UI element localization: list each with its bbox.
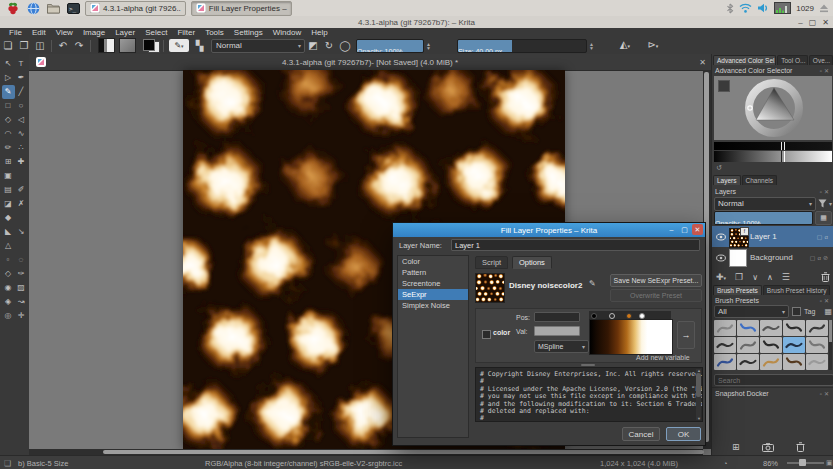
tool-multibrush[interactable]: ∴ bbox=[15, 141, 28, 155]
tool-freehand-brush[interactable]: ✎ bbox=[2, 85, 15, 99]
tool-bezier-select[interactable]: ◈ bbox=[2, 295, 15, 309]
wifi-icon[interactable] bbox=[739, 3, 752, 13]
menu-layer[interactable]: Layer bbox=[110, 28, 140, 37]
brush-display-mode-icon[interactable]: ▦ bbox=[824, 307, 832, 316]
layer-name-input[interactable] bbox=[451, 239, 700, 251]
brush-preset[interactable] bbox=[783, 320, 805, 336]
generator-screentone[interactable]: Screentone bbox=[398, 278, 468, 289]
size-spinner[interactable]: ▲▼ bbox=[589, 42, 594, 50]
layer-lock-icons[interactable]: ▢α bbox=[817, 233, 833, 240]
color-var-checkbox[interactable] bbox=[482, 330, 491, 339]
tool-color-sampler[interactable]: ✐ bbox=[15, 183, 28, 197]
brush-preset[interactable] bbox=[714, 320, 736, 336]
tool-dynamic-brush[interactable]: ✏ bbox=[2, 141, 15, 155]
cpu-monitor[interactable] bbox=[774, 2, 791, 14]
open-document-icon[interactable]: ❐ bbox=[16, 38, 32, 53]
tab-overview[interactable]: Ove... bbox=[809, 55, 833, 65]
eraser-mode-icon[interactable]: ◩ bbox=[305, 38, 321, 53]
splitter-handle[interactable] bbox=[581, 364, 595, 366]
tool-patch[interactable]: ◪ bbox=[2, 197, 15, 211]
tool-zoom[interactable]: ◎ bbox=[2, 309, 15, 323]
tab-tool-options[interactable]: Tool O... bbox=[777, 55, 808, 65]
visibility-eye-icon[interactable] bbox=[716, 254, 726, 262]
layer-blend-mode-combo[interactable]: Normal▾ bbox=[714, 197, 816, 211]
file-manager-icon[interactable] bbox=[46, 2, 60, 15]
tool-freehand-select[interactable]: ✑ bbox=[15, 267, 28, 281]
tool-measure[interactable]: ↘ bbox=[15, 225, 28, 239]
filter-dropdown-icon[interactable]: ▾ bbox=[829, 200, 832, 207]
blend-mode-combo[interactable]: Normal▾ bbox=[211, 39, 305, 53]
docker-float-close-icons[interactable]: ▫✕ bbox=[820, 188, 831, 195]
new-document-icon[interactable]: ❏ bbox=[0, 38, 16, 53]
brush-preset[interactable] bbox=[760, 337, 782, 353]
dialog-maximize-button[interactable]: ▢ bbox=[679, 224, 690, 235]
edit-preset-icon[interactable]: ✎ bbox=[589, 279, 596, 288]
brush-preset[interactable] bbox=[760, 320, 782, 336]
menu-view[interactable]: View bbox=[51, 28, 78, 37]
wraparound-icon[interactable]: ◯ bbox=[337, 38, 353, 53]
script-scrollbar[interactable]: ▲ ▼ bbox=[696, 369, 701, 420]
tab-layers[interactable]: Layers bbox=[713, 175, 741, 185]
value-bar-2[interactable] bbox=[714, 151, 832, 162]
fg-bg-color-swatch[interactable] bbox=[142, 39, 160, 53]
tool-select-shapes[interactable]: ↖ bbox=[2, 57, 15, 71]
menu-window[interactable]: Window bbox=[268, 28, 306, 37]
tool-pan[interactable]: ✛ bbox=[15, 309, 28, 323]
edit-brush-settings-button[interactable]: ✎▾ bbox=[169, 39, 189, 52]
layer-properties-icon[interactable]: ☰ bbox=[782, 272, 790, 282]
taskbar-window-fill-layer[interactable]: Fill Layer Properties – bbox=[191, 1, 292, 16]
tool-magnetic-select[interactable]: ↝ bbox=[15, 295, 28, 309]
menu-tools[interactable]: Tools bbox=[200, 28, 229, 37]
brush-preset[interactable] bbox=[714, 354, 736, 370]
dialog-titlebar[interactable]: Fill Layer Properties – Krita – ▢ ✕ bbox=[393, 223, 705, 237]
docker-float-close-icons[interactable]: ▫✕ bbox=[820, 390, 831, 397]
tool-gradient-edit[interactable]: ▤ bbox=[2, 183, 15, 197]
seexpr-script-editor[interactable]: # Copyright Disney Enterprises, Inc. All… bbox=[475, 367, 703, 422]
brush-preset[interactable] bbox=[760, 354, 782, 370]
clock[interactable]: 1029 bbox=[796, 4, 814, 13]
layer-row-layer1[interactable]: f Layer 1 ▢α bbox=[712, 226, 833, 247]
tool-ellipse-select[interactable]: ◌ bbox=[15, 253, 28, 267]
tool-gradient[interactable]: ◣ bbox=[2, 225, 15, 239]
brush-preset[interactable] bbox=[806, 320, 828, 336]
close-button[interactable]: ✕ bbox=[822, 18, 829, 27]
tab-channels[interactable]: Channels bbox=[742, 175, 777, 185]
dialog-close-button[interactable]: ✕ bbox=[692, 224, 703, 235]
layer-properties-button[interactable]: ▦ bbox=[815, 211, 832, 225]
brush-preset[interactable] bbox=[737, 337, 759, 353]
brush-preset[interactable] bbox=[806, 354, 828, 370]
seexpr-preset-thumbnail[interactable] bbox=[475, 273, 505, 303]
mirror-horizontal-icon[interactable]: ◭▾ bbox=[614, 37, 636, 54]
brush-preset[interactable] bbox=[806, 337, 828, 353]
tab-options[interactable]: Options bbox=[512, 256, 552, 269]
dialog-minimize-button[interactable]: – bbox=[666, 224, 677, 235]
move-layer-down-button[interactable]: ∨ bbox=[752, 273, 758, 282]
menu-image[interactable]: Image bbox=[78, 28, 110, 37]
tool-freehand-path[interactable]: ∿ bbox=[15, 127, 28, 141]
volume-icon[interactable] bbox=[757, 3, 769, 13]
painting-flow-icon[interactable]: ⊳▾ bbox=[642, 37, 664, 54]
zoom-slider-handle[interactable] bbox=[799, 459, 806, 466]
tool-crop[interactable]: ▣ bbox=[2, 169, 15, 183]
tab-script[interactable]: Script bbox=[475, 256, 508, 269]
tool-edit-shapes[interactable]: ▷ bbox=[2, 71, 15, 85]
remove-snapshot-icon[interactable] bbox=[796, 442, 805, 452]
zoom-slider[interactable] bbox=[787, 462, 824, 464]
gradient-stop-strip[interactable] bbox=[589, 311, 671, 319]
generator-color[interactable]: Color bbox=[398, 256, 468, 267]
generator-pattern[interactable]: Pattern bbox=[398, 267, 468, 278]
tool-polygon[interactable]: ◇ bbox=[2, 113, 15, 127]
bluetooth-icon[interactable] bbox=[726, 3, 734, 14]
tab-advanced-color-selector[interactable]: Advanced Color Sel. bbox=[713, 55, 776, 65]
tool-move[interactable]: ✚ bbox=[15, 155, 28, 169]
create-snapshot-icon[interactable]: ⊞ bbox=[732, 442, 740, 452]
layer-opacity-slider[interactable]: Opacity: 100% bbox=[714, 211, 813, 225]
subwindow-close-icon[interactable]: ✕ bbox=[699, 58, 706, 67]
brush-preset[interactable] bbox=[714, 337, 736, 353]
layer-row-background[interactable]: Background ▢α⊘ bbox=[712, 247, 833, 268]
tool-line[interactable]: ╱ bbox=[15, 85, 28, 99]
tool-polyline[interactable]: ◁ bbox=[15, 113, 28, 127]
tool-rectangle[interactable]: □ bbox=[2, 99, 15, 113]
brush-preset[interactable] bbox=[737, 320, 759, 336]
delete-layer-icon[interactable] bbox=[821, 272, 830, 282]
